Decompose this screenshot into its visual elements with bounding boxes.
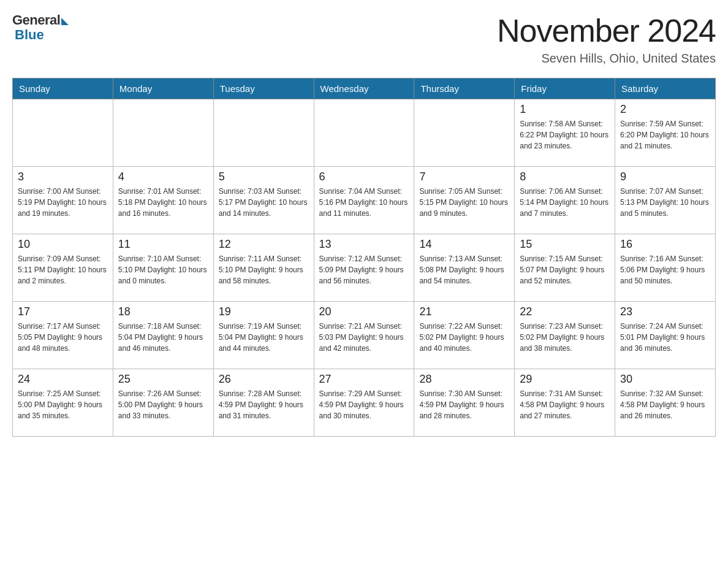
weekday-header-thursday: Thursday [414, 79, 515, 99]
calendar-cell: 16Sunrise: 7:16 AM Sunset: 5:06 PM Dayli… [615, 234, 716, 302]
day-number: 20 [319, 305, 409, 318]
weekday-header-saturday: Saturday [615, 79, 716, 99]
calendar-cell: 13Sunrise: 7:12 AM Sunset: 5:09 PM Dayli… [314, 234, 414, 302]
day-number: 16 [620, 238, 710, 251]
calendar-cell: 2Sunrise: 7:59 AM Sunset: 6:20 PM Daylig… [615, 99, 716, 167]
day-number: 28 [419, 373, 509, 386]
page-header: General Blue November 2024 Seven Hills, … [12, 12, 716, 66]
day-number: 4 [118, 170, 208, 183]
day-number: 14 [419, 238, 509, 251]
day-info: Sunrise: 7:18 AM Sunset: 5:04 PM Dayligh… [118, 321, 208, 354]
weekday-header-friday: Friday [515, 79, 615, 99]
weekday-header-monday: Monday [113, 79, 213, 99]
day-number: 12 [219, 238, 309, 251]
day-number: 11 [118, 238, 208, 251]
day-info: Sunrise: 7:07 AM Sunset: 5:13 PM Dayligh… [620, 186, 710, 219]
day-number: 5 [219, 170, 309, 183]
calendar-cell: 29Sunrise: 7:31 AM Sunset: 4:58 PM Dayli… [515, 369, 615, 437]
day-info: Sunrise: 7:21 AM Sunset: 5:03 PM Dayligh… [319, 321, 409, 354]
day-info: Sunrise: 7:06 AM Sunset: 5:14 PM Dayligh… [520, 186, 610, 219]
day-info: Sunrise: 7:19 AM Sunset: 5:04 PM Dayligh… [219, 321, 309, 354]
calendar-cell [314, 99, 414, 167]
day-info: Sunrise: 7:23 AM Sunset: 5:02 PM Dayligh… [520, 321, 610, 354]
logo-general-text: General [12, 12, 60, 28]
day-number: 19 [219, 305, 309, 318]
calendar-cell: 23Sunrise: 7:24 AM Sunset: 5:01 PM Dayli… [615, 302, 716, 369]
calendar-cell: 5Sunrise: 7:03 AM Sunset: 5:17 PM Daylig… [213, 167, 314, 234]
calendar-cell: 21Sunrise: 7:22 AM Sunset: 5:02 PM Dayli… [414, 302, 515, 369]
calendar-cell [113, 99, 213, 167]
calendar-cell [13, 99, 113, 167]
calendar-cell: 7Sunrise: 7:05 AM Sunset: 5:15 PM Daylig… [414, 167, 515, 234]
calendar-cell: 11Sunrise: 7:10 AM Sunset: 5:10 PM Dayli… [113, 234, 213, 302]
day-info: Sunrise: 7:10 AM Sunset: 5:10 PM Dayligh… [118, 253, 208, 286]
day-number: 26 [219, 373, 309, 386]
calendar-cell: 20Sunrise: 7:21 AM Sunset: 5:03 PM Dayli… [314, 302, 414, 369]
location-text: Seven Hills, Ohio, United States [497, 52, 716, 66]
day-number: 6 [319, 170, 409, 183]
day-number: 22 [520, 305, 610, 318]
day-info: Sunrise: 7:15 AM Sunset: 5:07 PM Dayligh… [520, 253, 610, 286]
calendar-cell: 14Sunrise: 7:13 AM Sunset: 5:08 PM Dayli… [414, 234, 515, 302]
day-number: 2 [620, 103, 710, 116]
calendar-cell: 30Sunrise: 7:32 AM Sunset: 4:58 PM Dayli… [615, 369, 716, 437]
week-row-5: 24Sunrise: 7:25 AM Sunset: 5:00 PM Dayli… [13, 369, 716, 437]
calendar-cell: 26Sunrise: 7:28 AM Sunset: 4:59 PM Dayli… [213, 369, 314, 437]
calendar-table: SundayMondayTuesdayWednesdayThursdayFrid… [12, 78, 716, 437]
day-info: Sunrise: 7:00 AM Sunset: 5:19 PM Dayligh… [18, 186, 108, 219]
week-row-1: 1Sunrise: 7:58 AM Sunset: 6:22 PM Daylig… [13, 99, 716, 167]
day-info: Sunrise: 7:30 AM Sunset: 4:59 PM Dayligh… [419, 388, 509, 421]
day-number: 10 [18, 238, 108, 251]
day-number: 13 [319, 238, 409, 251]
calendar-cell: 18Sunrise: 7:18 AM Sunset: 5:04 PM Dayli… [113, 302, 213, 369]
logo-blue-text: Blue [15, 27, 44, 43]
week-row-2: 3Sunrise: 7:00 AM Sunset: 5:19 PM Daylig… [13, 167, 716, 234]
day-number: 29 [520, 373, 610, 386]
day-number: 7 [419, 170, 509, 183]
calendar-cell: 3Sunrise: 7:00 AM Sunset: 5:19 PM Daylig… [13, 167, 113, 234]
day-info: Sunrise: 7:59 AM Sunset: 6:20 PM Dayligh… [620, 118, 710, 151]
day-info: Sunrise: 7:11 AM Sunset: 5:10 PM Dayligh… [219, 253, 309, 286]
day-number: 8 [520, 170, 610, 183]
calendar-cell: 4Sunrise: 7:01 AM Sunset: 5:18 PM Daylig… [113, 167, 213, 234]
title-area: November 2024 Seven Hills, Ohio, United … [497, 12, 716, 66]
day-number: 3 [18, 170, 108, 183]
calendar-cell [213, 99, 314, 167]
day-info: Sunrise: 7:22 AM Sunset: 5:02 PM Dayligh… [419, 321, 509, 354]
day-number: 18 [118, 305, 208, 318]
day-info: Sunrise: 7:03 AM Sunset: 5:17 PM Dayligh… [219, 186, 309, 219]
calendar-cell: 8Sunrise: 7:06 AM Sunset: 5:14 PM Daylig… [515, 167, 615, 234]
day-number: 30 [620, 373, 710, 386]
day-info: Sunrise: 7:29 AM Sunset: 4:59 PM Dayligh… [319, 388, 409, 421]
day-info: Sunrise: 7:05 AM Sunset: 5:15 PM Dayligh… [419, 186, 509, 219]
day-info: Sunrise: 7:16 AM Sunset: 5:06 PM Dayligh… [620, 253, 710, 286]
day-info: Sunrise: 7:31 AM Sunset: 4:58 PM Dayligh… [520, 388, 610, 421]
calendar-cell: 10Sunrise: 7:09 AM Sunset: 5:11 PM Dayli… [13, 234, 113, 302]
day-info: Sunrise: 7:17 AM Sunset: 5:05 PM Dayligh… [18, 321, 108, 354]
calendar-cell: 6Sunrise: 7:04 AM Sunset: 5:16 PM Daylig… [314, 167, 414, 234]
weekday-header-tuesday: Tuesday [213, 79, 314, 99]
week-row-3: 10Sunrise: 7:09 AM Sunset: 5:11 PM Dayli… [13, 234, 716, 302]
calendar-cell [414, 99, 515, 167]
calendar-cell: 19Sunrise: 7:19 AM Sunset: 5:04 PM Dayli… [213, 302, 314, 369]
day-number: 9 [620, 170, 710, 183]
day-info: Sunrise: 7:24 AM Sunset: 5:01 PM Dayligh… [620, 321, 710, 354]
day-number: 15 [520, 238, 610, 251]
day-info: Sunrise: 7:28 AM Sunset: 4:59 PM Dayligh… [219, 388, 309, 421]
logo: General Blue [12, 12, 69, 43]
day-number: 27 [319, 373, 409, 386]
calendar-cell: 15Sunrise: 7:15 AM Sunset: 5:07 PM Dayli… [515, 234, 615, 302]
calendar-cell: 17Sunrise: 7:17 AM Sunset: 5:05 PM Dayli… [13, 302, 113, 369]
day-number: 25 [118, 373, 208, 386]
day-number: 17 [18, 305, 108, 318]
calendar-cell: 27Sunrise: 7:29 AM Sunset: 4:59 PM Dayli… [314, 369, 414, 437]
calendar-cell: 1Sunrise: 7:58 AM Sunset: 6:22 PM Daylig… [515, 99, 615, 167]
day-info: Sunrise: 7:58 AM Sunset: 6:22 PM Dayligh… [520, 118, 610, 151]
month-title: November 2024 [497, 12, 716, 49]
day-info: Sunrise: 7:12 AM Sunset: 5:09 PM Dayligh… [319, 253, 409, 286]
calendar-cell: 24Sunrise: 7:25 AM Sunset: 5:00 PM Dayli… [13, 369, 113, 437]
day-info: Sunrise: 7:04 AM Sunset: 5:16 PM Dayligh… [319, 186, 409, 219]
week-row-4: 17Sunrise: 7:17 AM Sunset: 5:05 PM Dayli… [13, 302, 716, 369]
logo-arrow-icon [61, 18, 69, 25]
day-info: Sunrise: 7:25 AM Sunset: 5:00 PM Dayligh… [18, 388, 108, 421]
